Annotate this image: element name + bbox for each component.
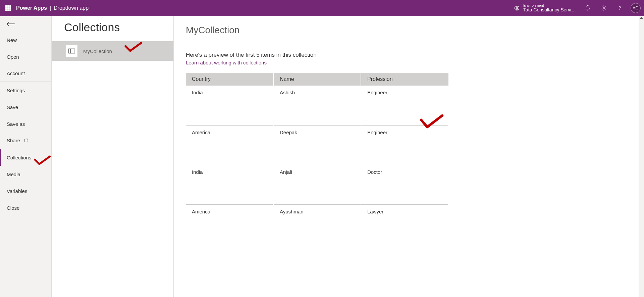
environment-label: Environment xyxy=(523,3,577,7)
app-name[interactable]: Dropdown app xyxy=(54,5,89,11)
nav-label: Settings xyxy=(7,88,25,93)
nav-open[interactable]: Open xyxy=(0,48,51,65)
svg-point-2 xyxy=(620,9,620,10)
cell: America xyxy=(186,204,273,214)
file-sidebar: New Open Account Settings Save Save as S… xyxy=(0,16,52,297)
bell-icon xyxy=(585,5,591,11)
environment-name: Tata Consultancy Servic... xyxy=(523,7,577,12)
top-bar: Power Apps | Dropdown app Environment Ta… xyxy=(0,0,644,16)
nav-save-as[interactable]: Save as xyxy=(0,115,51,132)
page-title: Collections xyxy=(52,16,173,41)
nav-label: Collections xyxy=(7,155,31,160)
nav-label: New xyxy=(7,37,17,43)
environment-selector[interactable]: Environment Tata Consultancy Servic... xyxy=(514,3,577,12)
nav-label: Variables xyxy=(7,188,27,194)
collection-icon xyxy=(66,45,78,57)
nav-collections[interactable]: Collections xyxy=(0,149,51,166)
learn-link[interactable]: Learn about working with collections xyxy=(186,60,267,65)
nav-label: Save as xyxy=(7,121,25,127)
vertical-scrollbar[interactable] xyxy=(639,16,644,297)
external-link-icon xyxy=(23,138,28,143)
nav-share[interactable]: Share xyxy=(0,132,51,149)
table-row: India Anjali Doctor xyxy=(186,165,448,204)
nav-label: Save xyxy=(7,104,18,110)
cell: Anjali xyxy=(273,165,361,204)
app-launcher-button[interactable] xyxy=(0,0,16,16)
globe-icon xyxy=(514,5,520,11)
collection-title: MyCollection xyxy=(186,16,644,36)
cell: America xyxy=(186,125,273,165)
waffle-icon xyxy=(5,5,11,11)
collection-detail-panel: MyCollection Here's a preview of the fir… xyxy=(174,16,644,297)
app-title-block: Power Apps | Dropdown app xyxy=(16,5,89,11)
cell: Deepak xyxy=(273,125,361,165)
nav-close[interactable]: Close xyxy=(0,199,51,216)
user-avatar[interactable]: AG xyxy=(631,3,641,13)
back-arrow-icon xyxy=(6,20,15,27)
cell: Doctor xyxy=(361,165,448,204)
cell: Ashish xyxy=(273,86,361,125)
nav-label: Open xyxy=(7,54,19,60)
nav-label: Media xyxy=(7,171,20,177)
nav-account[interactable]: Account xyxy=(0,65,51,82)
cell: India xyxy=(186,86,273,125)
cell: Engineer xyxy=(361,125,448,165)
question-icon xyxy=(617,5,623,11)
avatar-initials: AG xyxy=(633,6,638,10)
nav-label: Account xyxy=(7,70,25,76)
nav-media[interactable]: Media xyxy=(0,166,51,183)
svg-rect-3 xyxy=(69,49,75,53)
back-button[interactable] xyxy=(0,16,51,32)
cell: Lawyer xyxy=(361,204,448,214)
title-separator: | xyxy=(50,5,51,11)
collection-data-table: Country Name Profession India Ashish Eng… xyxy=(186,73,449,214)
collection-item-mycollection[interactable]: MyCollection xyxy=(52,41,173,61)
nav-label: Close xyxy=(7,205,19,211)
nav-label: Share xyxy=(7,138,20,143)
cell: India xyxy=(186,165,273,204)
nav-variables[interactable]: Variables xyxy=(0,183,51,199)
nav-save[interactable]: Save xyxy=(0,99,51,115)
gear-icon xyxy=(601,5,607,11)
notifications-button[interactable] xyxy=(580,0,595,16)
settings-button[interactable] xyxy=(596,0,611,16)
nav-settings[interactable]: Settings xyxy=(0,82,51,99)
table-row: America Deepak Engineer xyxy=(186,125,448,165)
cell: Engineer xyxy=(361,86,448,125)
preview-description: Here's a preview of the first 5 items in… xyxy=(186,52,644,58)
nav-new[interactable]: New xyxy=(0,32,51,48)
table-row: India Ashish Engineer xyxy=(186,86,448,125)
collection-item-label: MyCollection xyxy=(83,48,112,54)
col-header-country[interactable]: Country xyxy=(186,73,273,86)
product-name[interactable]: Power Apps xyxy=(16,5,47,11)
col-header-name[interactable]: Name xyxy=(273,73,361,86)
cell: Ayushman xyxy=(273,204,361,214)
svg-point-1 xyxy=(603,7,605,9)
col-header-profession[interactable]: Profession xyxy=(361,73,448,86)
table-row: America Ayushman Lawyer xyxy=(186,204,448,214)
help-button[interactable] xyxy=(612,0,627,16)
collections-list-panel: Collections MyCollection xyxy=(52,16,174,297)
